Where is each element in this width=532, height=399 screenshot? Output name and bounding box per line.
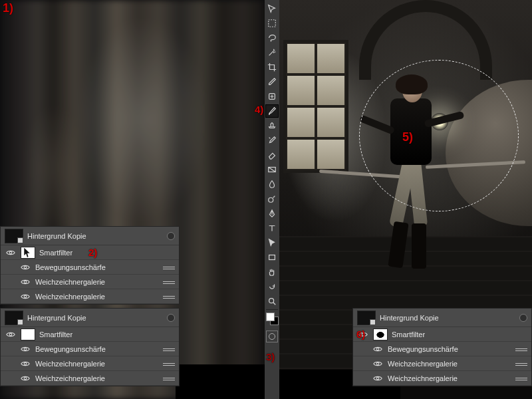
smart-object-badge-icon [370, 319, 376, 325]
layers-panel-left-top: Hintergrund Kopie Smartfilter Bewegungsu… [0, 226, 180, 305]
svg-point-6 [9, 251, 12, 254]
filter-blend-options-icon[interactable] [163, 360, 175, 367]
filter-blend-options-icon[interactable] [163, 264, 175, 271]
filter-mask-thumbnail[interactable] [21, 329, 35, 340]
smartfilter-label: Smartfilter [392, 331, 425, 338]
filter-name: Bewegungsunschärfe [388, 345, 458, 353]
foreground-color-swatch[interactable] [266, 313, 275, 321]
filter-row[interactable]: Weichzeichnergalerie [353, 371, 531, 386]
svg-point-5 [269, 299, 274, 303]
smartfilter-row[interactable]: Smartfilter [1, 327, 179, 342]
gradient-tool[interactable] [265, 163, 279, 176]
crop-tool[interactable] [265, 61, 279, 74]
rotate-view-tool[interactable] [265, 280, 279, 293]
layer-thumbnail[interactable] [357, 311, 376, 325]
svg-point-13 [24, 377, 27, 380]
visibility-eye-icon[interactable] [21, 374, 30, 383]
eyedropper-tool[interactable] [265, 75, 279, 88]
filter-mask-thumbnail[interactable] [373, 329, 388, 340]
filter-blend-options-icon[interactable] [163, 375, 175, 382]
magic-wand-tool[interactable] [265, 46, 279, 59]
quick-mask-toggle[interactable] [266, 331, 278, 342]
filter-blend-options-icon[interactable] [163, 293, 175, 300]
visibility-eye-icon[interactable] [6, 330, 15, 339]
smartfilter-row[interactable]: Smartfilter [353, 327, 531, 342]
filter-name: Bewegungsunschärfe [35, 263, 106, 271]
dodge-tool[interactable] [265, 192, 279, 205]
filter-name: Weichzeichnergalerie [35, 278, 105, 286]
toolbar-separator [266, 309, 278, 310]
visibility-eye-icon[interactable] [21, 263, 30, 272]
filter-blend-options-icon[interactable] [163, 346, 175, 352]
filter-name: Bewegungsunschärfe [35, 345, 106, 353]
svg-point-8 [24, 281, 27, 283]
filter-row[interactable]: Weichzeichnergalerie [353, 356, 531, 371]
filter-row[interactable]: Weichzeichnergalerie [1, 356, 179, 371]
svg-point-15 [376, 348, 379, 350]
scene-model [379, 78, 442, 271]
svg-rect-4 [269, 255, 275, 260]
filter-row[interactable]: Bewegungsunschärfe [1, 260, 179, 275]
scene-tank [446, 80, 532, 226]
lasso-tool[interactable] [265, 31, 279, 45]
hand-tool[interactable] [265, 265, 279, 279]
smartfilter-label: Smartfilter [39, 249, 72, 257]
layer-visibility-indicator[interactable] [167, 232, 175, 240]
brush-tool[interactable] [265, 104, 279, 118]
layer-visibility-indicator[interactable] [167, 314, 175, 322]
visibility-eye-icon[interactable] [21, 359, 30, 368]
layer-name: Hintergrund Kopie [27, 314, 86, 322]
layer-row[interactable]: Hintergrund Kopie [353, 309, 531, 327]
filter-row[interactable]: Bewegungsunschärfe [353, 342, 531, 356]
svg-point-7 [24, 266, 27, 269]
filter-name: Weichzeichnergalerie [388, 360, 458, 368]
visibility-eye-icon[interactable] [21, 277, 30, 287]
canvas-matte [176, 364, 265, 399]
visibility-eye-icon[interactable] [21, 292, 30, 301]
visibility-eye-icon[interactable] [373, 359, 382, 368]
visibility-eye-icon[interactable] [358, 330, 368, 339]
filter-blend-options-icon[interactable] [515, 375, 527, 382]
filter-row[interactable]: Weichzeichnergalerie [1, 289, 179, 304]
visibility-eye-icon[interactable] [373, 344, 382, 354]
rectangle-shape-tool[interactable] [265, 251, 279, 264]
pen-tool[interactable] [265, 207, 279, 220]
filter-row[interactable]: Weichzeichnergalerie [1, 275, 179, 289]
smart-object-badge-icon [17, 237, 23, 243]
filter-name: Weichzeichnergalerie [35, 374, 105, 382]
filter-row[interactable]: Weichzeichnergalerie [1, 371, 179, 386]
visibility-eye-icon[interactable] [6, 248, 15, 257]
scene-arch [359, 0, 492, 80]
marquee-tool[interactable] [265, 17, 279, 30]
zoom-tool[interactable] [265, 295, 279, 308]
smartfilter-row[interactable]: Smartfilter [1, 245, 179, 260]
visibility-eye-icon[interactable] [21, 344, 30, 354]
svg-point-10 [9, 333, 12, 336]
svg-rect-0 [269, 20, 276, 27]
clone-stamp-tool[interactable] [265, 119, 279, 132]
svg-point-17 [376, 377, 379, 380]
layer-visibility-indicator[interactable] [519, 314, 527, 322]
layers-panel-right: Hintergrund Kopie Smartfilter Bewegungsu… [352, 308, 532, 386]
filter-mask-thumbnail[interactable] [21, 247, 35, 259]
tools-toolbar [265, 0, 279, 399]
smart-object-badge-icon [17, 319, 23, 325]
layer-row[interactable]: Hintergrund Kopie [1, 227, 179, 245]
type-tool[interactable] [265, 221, 279, 235]
filter-blend-options-icon[interactable] [515, 360, 527, 367]
filter-blend-options-icon[interactable] [515, 346, 527, 352]
color-swatches[interactable] [265, 312, 279, 328]
layer-thumbnail[interactable] [5, 229, 23, 243]
svg-point-3 [269, 198, 273, 202]
move-tool[interactable] [265, 2, 279, 15]
blur-tool[interactable] [265, 178, 279, 191]
eraser-tool[interactable] [265, 148, 279, 162]
filter-blend-options-icon[interactable] [163, 279, 175, 285]
path-selection-tool[interactable] [265, 236, 279, 249]
history-brush-tool[interactable] [265, 134, 279, 147]
layer-row[interactable]: Hintergrund Kopie [1, 309, 179, 327]
filter-row[interactable]: Bewegungsunschärfe [1, 342, 179, 356]
layer-thumbnail[interactable] [5, 311, 23, 325]
visibility-eye-icon[interactable] [373, 374, 382, 383]
healing-brush-tool[interactable] [265, 90, 279, 103]
